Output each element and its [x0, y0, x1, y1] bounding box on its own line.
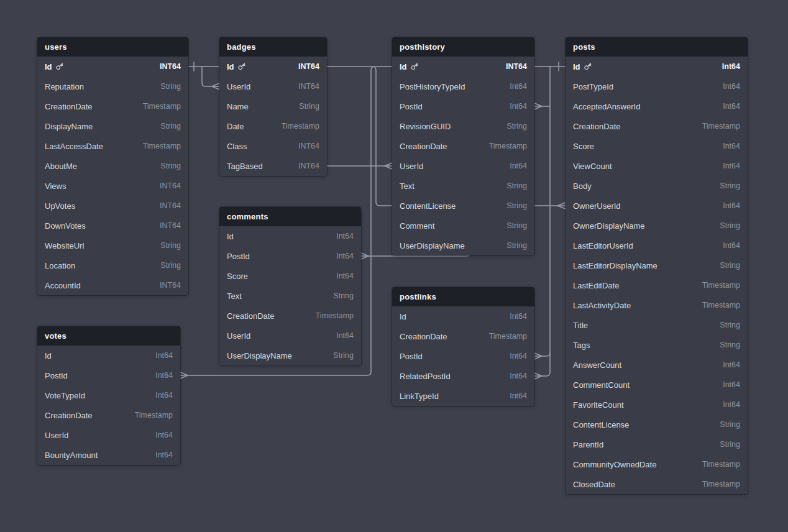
table-header-badges[interactable]: badges: [219, 37, 327, 57]
table-header-posthistory[interactable]: posthistory: [392, 37, 534, 57]
field-row-users-Views[interactable]: ViewsINT64: [37, 176, 188, 196]
table-header-votes[interactable]: votes: [37, 326, 180, 346]
field-name: Title: [573, 321, 588, 330]
field-row-posts-ContentLicense[interactable]: ContentLicenseString: [566, 415, 748, 434]
table-posts[interactable]: postsIdInt64PostTypeIdInt64AcceptedAnswe…: [566, 37, 748, 494]
field-row-comments-UserDisplayName[interactable]: UserDisplayNameString: [219, 346, 361, 365]
field-row-votes-VoteTypeId[interactable]: VoteTypeIdInt64: [37, 385, 180, 405]
table-badges[interactable]: badgesIdINT64UserIdINT64NameStringDateTi…: [219, 37, 327, 176]
primary-key-icon: [238, 63, 245, 70]
field-type: String: [720, 341, 740, 349]
field-name: Comment: [400, 221, 434, 231]
field-row-posthistory-UserDisplayName[interactable]: UserDisplayNameString: [392, 236, 534, 255]
field-row-users-AboutMe[interactable]: AboutMeString: [37, 156, 188, 176]
field-row-posts-OwnerDisplayName[interactable]: OwnerDisplayNameString: [566, 216, 748, 236]
table-postlinks[interactable]: postlinksIdInt64CreationDateTimestampPos…: [392, 287, 534, 406]
field-row-posthistory-PostId[interactable]: PostIdInt64: [392, 96, 534, 116]
field-row-posts-OwnerUserId[interactable]: OwnerUserIdInt64: [566, 196, 748, 216]
field-row-users-AccountId[interactable]: AccountIdINT64: [37, 275, 188, 295]
field-row-posts-AcceptedAnswerId[interactable]: AcceptedAnswerIdInt64: [566, 96, 748, 116]
field-row-posthistory-UserId[interactable]: UserIdInt64: [392, 156, 534, 176]
table-header-comments[interactable]: comments: [219, 207, 361, 226]
field-row-comments-CreationDate[interactable]: CreationDateTimestamp: [219, 306, 361, 326]
field-name: ContentLicense: [400, 201, 456, 211]
field-type: Int64: [510, 102, 527, 111]
table-votes[interactable]: votesIdInt64PostIdInt64VoteTypeIdInt64Cr…: [37, 326, 180, 465]
field-row-posthistory-Id[interactable]: IdINT64: [392, 57, 534, 76]
field-row-comments-Text[interactable]: TextString: [219, 286, 361, 306]
field-row-comments-UserId[interactable]: UserIdInt64: [219, 326, 361, 346]
field-name: Body: [573, 181, 592, 191]
table-users[interactable]: usersIdINT64ReputationStringCreationDate…: [37, 37, 188, 295]
field-row-votes-Id[interactable]: IdInt64: [37, 346, 180, 365]
field-row-posts-LastEditorUserId[interactable]: LastEditorUserIdInt64: [566, 236, 748, 255]
field-row-badges-Id[interactable]: IdINT64: [219, 57, 327, 76]
field-row-posts-Id[interactable]: IdInt64: [566, 57, 748, 76]
field-row-posts-LastActivityDate[interactable]: LastActivityDateTimestamp: [566, 295, 748, 315]
table-comments[interactable]: commentsIdInt64PostIdInt64ScoreInt64Text…: [219, 207, 361, 365]
field-row-posts-ClosedDate[interactable]: ClosedDateTimestamp: [566, 474, 748, 494]
field-row-badges-Class[interactable]: ClassINT64: [219, 136, 327, 156]
field-name: OwnerUserId: [573, 201, 621, 211]
field-row-posthistory-RevisionGUID[interactable]: RevisionGUIDString: [392, 116, 534, 136]
field-row-postlinks-Id[interactable]: IdInt64: [392, 306, 534, 326]
field-row-votes-CreationDate[interactable]: CreationDateTimestamp: [37, 405, 180, 425]
field-row-posts-AnswerCount[interactable]: AnswerCountInt64: [566, 355, 748, 375]
table-header-users[interactable]: users: [37, 37, 188, 57]
field-row-posts-Title[interactable]: TitleString: [566, 315, 748, 335]
field-row-posts-Tags[interactable]: TagsString: [566, 335, 748, 355]
field-row-comments-Id[interactable]: IdInt64: [219, 226, 361, 246]
field-row-posts-LastEditDate[interactable]: LastEditDateTimestamp: [566, 275, 748, 295]
field-row-badges-Name[interactable]: NameString: [219, 96, 327, 116]
field-row-posts-FavoriteCount[interactable]: FavoriteCountInt64: [566, 395, 748, 415]
relationship-line-posts-id__postlinks-relatedpostid[interactable]: [534, 66, 550, 376]
field-row-posthistory-Text[interactable]: TextString: [392, 176, 534, 196]
relationship-line-users-id__badges-userid[interactable]: [202, 66, 219, 86]
field-row-users-Reputation[interactable]: ReputationString: [37, 76, 188, 96]
field-type: Int64: [155, 431, 173, 439]
field-row-posts-Score[interactable]: ScoreInt64: [566, 136, 748, 156]
field-row-posts-LastEditorDisplayName[interactable]: LastEditorDisplayNameString: [566, 255, 748, 275]
field-row-votes-PostId[interactable]: PostIdInt64: [37, 365, 180, 385]
field-row-postlinks-CreationDate[interactable]: CreationDateTimestamp: [392, 326, 534, 346]
field-row-users-UpVotes[interactable]: UpVotesINT64: [37, 196, 188, 216]
field-type: Int64: [510, 312, 527, 321]
field-row-users-CreationDate[interactable]: CreationDateTimestamp: [37, 96, 188, 116]
field-row-comments-Score[interactable]: ScoreInt64: [219, 266, 361, 286]
field-row-votes-BountyAmount[interactable]: BountyAmountInt64: [37, 445, 180, 465]
field-row-votes-UserId[interactable]: UserIdInt64: [37, 425, 180, 445]
field-name: LastAccessDate: [45, 142, 103, 151]
field-row-postlinks-LinkTypeId[interactable]: LinkTypeIdInt64: [392, 386, 534, 406]
field-row-posthistory-CreationDate[interactable]: CreationDateTimestamp: [392, 136, 534, 156]
field-row-posts-PostTypeId[interactable]: PostTypeIdInt64: [566, 76, 748, 96]
field-row-posts-CommentCount[interactable]: CommentCountInt64: [566, 375, 748, 395]
field-type: String: [160, 241, 181, 250]
diagram-canvas[interactable]: usersIdINT64ReputationStringCreationDate…: [0, 0, 788, 532]
field-type: String: [720, 181, 740, 190]
field-row-posthistory-ContentLicense[interactable]: ContentLicenseString: [392, 196, 534, 216]
table-posthistory[interactable]: posthistoryIdINT64PostHistoryTypeIdInt64…: [392, 37, 534, 255]
field-row-posts-ParentId[interactable]: ParentIdString: [566, 434, 748, 454]
field-row-users-Id[interactable]: IdINT64: [37, 57, 188, 76]
field-row-badges-Date[interactable]: DateTimestamp: [219, 116, 327, 136]
field-row-postlinks-RelatedPostId[interactable]: RelatedPostIdInt64: [392, 366, 534, 386]
field-row-posts-Body[interactable]: BodyString: [566, 176, 748, 196]
field-row-users-DisplayName[interactable]: DisplayNameString: [37, 116, 188, 136]
field-row-comments-PostId[interactable]: PostIdInt64: [219, 246, 361, 266]
field-row-posthistory-PostHistoryTypeId[interactable]: PostHistoryTypeIdInt64: [392, 76, 534, 96]
field-row-postlinks-PostId[interactable]: PostIdInt64: [392, 346, 534, 366]
table-header-postlinks[interactable]: postlinks: [392, 287, 534, 306]
field-name: Text: [400, 181, 415, 191]
field-row-users-LastAccessDate[interactable]: LastAccessDateTimestamp: [37, 136, 188, 156]
field-row-users-Location[interactable]: LocationString: [37, 255, 188, 275]
field-row-posthistory-Comment[interactable]: CommentString: [392, 216, 534, 236]
field-row-badges-UserId[interactable]: UserIdINT64: [219, 76, 327, 96]
field-row-users-DownVotes[interactable]: DownVotesINT64: [37, 216, 188, 236]
field-row-badges-TagBased[interactable]: TagBasedINT64: [219, 156, 327, 176]
table-header-posts[interactable]: posts: [566, 37, 748, 57]
field-row-posts-ViewCount[interactable]: ViewCountInt64: [566, 156, 748, 176]
field-row-posts-CreationDate[interactable]: CreationDateTimestamp: [566, 116, 748, 136]
field-row-posts-CommunityOwnedDate[interactable]: CommunityOwnedDateTimestamp: [566, 454, 748, 474]
field-row-users-WebsiteUrl[interactable]: WebsiteUrlString: [37, 236, 188, 255]
field-name: TagBased: [227, 162, 263, 171]
